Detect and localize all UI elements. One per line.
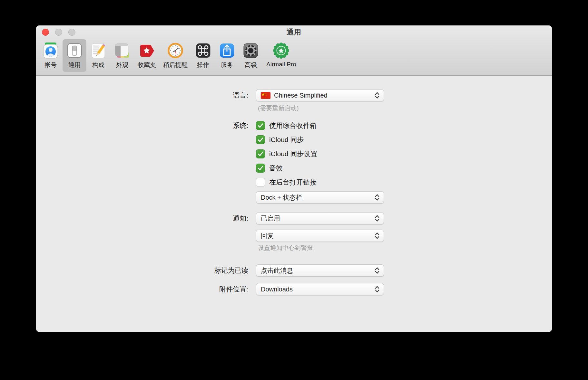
language-row: 语言: Chinese Simplified [36, 89, 552, 101]
notifications-row: 通知: 已启用 [36, 212, 552, 224]
stepper-icon [374, 193, 380, 202]
toolbar-item-label: 收藏夹 [138, 61, 156, 69]
toolbar-item-label: 通用 [68, 61, 81, 69]
toolbar-item-appearance[interactable]: 外观 [110, 39, 134, 72]
toolbar-item-label: 高级 [245, 61, 257, 69]
system-section: 系统: 使用综合收件箱 iCloud 同步 [36, 121, 552, 187]
toolbar-item-favorites[interactable]: 收藏夹 [134, 39, 160, 72]
language-restart-note: (需要重新启动) [258, 104, 552, 112]
toolbar-item-services[interactable]: 服务 [215, 39, 239, 72]
notifications-label: 通知: [36, 212, 248, 224]
toolbar-item-label: 稍后提醒 [163, 61, 188, 69]
attachment-location-row: 附件位置: Downloads [36, 283, 552, 295]
mark-as-read-select[interactable]: 点击此消息 [256, 264, 384, 277]
toolbar-item-general[interactable]: 通用 [63, 39, 86, 72]
dock-statusbar-select-value: Dock + 状态栏 [261, 193, 302, 202]
attachment-location-select[interactable]: Downloads [256, 283, 384, 295]
checkbox-label: iCloud 同步 [269, 135, 304, 144]
checkbox-unified-inbox[interactable] [256, 121, 265, 130]
traffic-lights [42, 29, 75, 36]
checkbox-row-sounds: 音效 [256, 164, 317, 173]
window-chrome: 通用 帐号 [36, 25, 552, 76]
toolbar-item-actions[interactable]: 操作 [191, 39, 215, 72]
checkbox-open-links-background[interactable] [256, 178, 265, 187]
minimize-button[interactable] [55, 29, 62, 36]
stepper-icon [374, 232, 380, 240]
toolbar-item-label: 构成 [92, 61, 104, 69]
toolbar-item-label: 帐号 [44, 61, 57, 69]
airmail-pro-icon [273, 42, 289, 59]
services-icon [219, 42, 235, 59]
attachment-location-value: Downloads [261, 286, 293, 293]
notifications-state-value: 已启用 [261, 214, 280, 223]
toolbar-item-advanced[interactable]: 高级 [239, 39, 263, 72]
system-label: 系统: [36, 121, 248, 130]
actions-icon [195, 42, 211, 59]
checkbox-icloud-sync-settings[interactable] [256, 149, 265, 158]
checkbox-row-open-links-background: 在后台打开链接 [256, 178, 317, 187]
toolbar-item-label: 外观 [116, 61, 128, 69]
advanced-icon [242, 42, 259, 59]
general-preferences-pane: 语言: Chinese Simplified [36, 76, 552, 332]
stepper-icon [374, 266, 380, 275]
checkbox-row-icloud-sync-settings: iCloud 同步设置 [256, 149, 317, 158]
stepper-icon [374, 91, 380, 100]
language-label: 语言: [36, 89, 248, 101]
window-title: 通用 [287, 27, 301, 37]
checkbox-label: iCloud 同步设置 [269, 149, 317, 158]
toolbar-item-label: Airmail Pro [266, 61, 296, 68]
toolbar-item-accounts[interactable]: 帐号 [39, 39, 63, 72]
preferences-toolbar: 帐号 通用 [36, 39, 552, 72]
language-select-value: Chinese Simplified [274, 92, 328, 99]
dock-statusbar-select[interactable]: Dock + 状态栏 [256, 191, 384, 204]
mark-as-read-label: 标记为已读 [36, 264, 248, 277]
composing-icon [90, 42, 107, 59]
checkbox-icloud-sync[interactable] [256, 135, 265, 144]
toolbar-item-airmail-pro[interactable]: Airmail Pro [263, 39, 300, 71]
appearance-icon [114, 42, 131, 59]
mark-as-read-value: 点击此消息 [261, 266, 293, 275]
attachment-location-label: 附件位置: [36, 283, 248, 295]
stepper-icon [374, 214, 380, 223]
titlebar: 通用 [36, 25, 552, 39]
checkbox-label: 音效 [269, 164, 283, 173]
mark-as-read-row: 标记为已读 点击此消息 [36, 264, 552, 277]
checkbox-row-icloud-sync: iCloud 同步 [256, 135, 317, 144]
stepper-icon [374, 285, 380, 293]
toolbar-item-label: 服务 [221, 61, 233, 69]
general-icon [66, 42, 83, 59]
close-button[interactable] [42, 29, 49, 36]
accounts-icon [42, 42, 59, 59]
checkbox-sounds[interactable] [256, 164, 265, 173]
toolbar-item-composing[interactable]: 构成 [86, 39, 110, 72]
preferences-window: 通用 帐号 [36, 25, 552, 332]
favorites-icon [139, 42, 155, 59]
notification-action-select[interactable]: 回复 [256, 230, 384, 242]
china-flag-icon [261, 92, 270, 99]
snooze-icon [167, 42, 184, 59]
checkbox-label: 在后台打开链接 [269, 178, 317, 187]
notification-center-note: 设置通知中心到警报 [258, 244, 552, 252]
toolbar-item-label: 操作 [197, 61, 209, 69]
language-select[interactable]: Chinese Simplified [256, 89, 384, 101]
zoom-button[interactable] [68, 29, 75, 36]
notification-action-value: 回复 [261, 232, 274, 240]
checkbox-label: 使用综合收件箱 [269, 121, 317, 130]
notifications-state-select[interactable]: 已启用 [256, 212, 384, 224]
checkbox-row-unified-inbox: 使用综合收件箱 [256, 121, 317, 130]
toolbar-item-snooze[interactable]: 稍后提醒 [160, 39, 191, 72]
